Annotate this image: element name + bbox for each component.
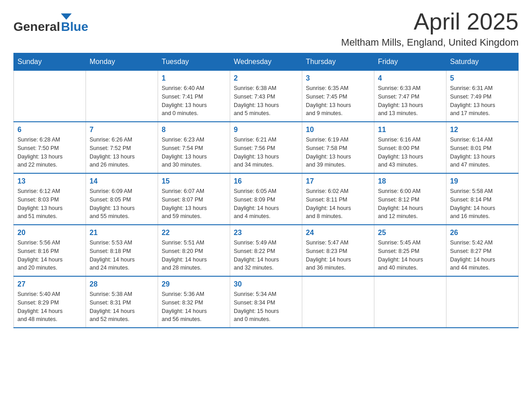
day-cell-23: 23Sunrise: 5:49 AMSunset: 8:22 PMDayligh…	[230, 225, 302, 276]
day-info: Sunrise: 5:49 AMSunset: 8:22 PMDaylight:…	[234, 239, 298, 272]
day-number: 25	[378, 229, 442, 237]
day-number: 12	[450, 126, 515, 134]
day-number: 19	[450, 177, 515, 185]
day-info: Sunrise: 6:26 AMSunset: 7:52 PMDaylight:…	[90, 136, 154, 169]
day-cell-2: 2Sunrise: 6:38 AMSunset: 7:43 PMDaylight…	[230, 71, 302, 122]
weekday-header-friday: Friday	[374, 53, 446, 71]
day-number: 9	[234, 126, 298, 134]
day-info: Sunrise: 5:38 AMSunset: 8:31 PMDaylight:…	[90, 290, 154, 324]
day-info: Sunrise: 6:02 AMSunset: 8:11 PMDaylight:…	[306, 187, 370, 221]
weekday-header-monday: Monday	[86, 53, 158, 71]
day-number: 14	[90, 177, 154, 185]
week-row-1: 1Sunrise: 6:40 AMSunset: 7:41 PMDaylight…	[14, 71, 519, 122]
day-cell-9: 9Sunrise: 6:21 AMSunset: 7:56 PMDaylight…	[230, 122, 302, 173]
day-number: 13	[17, 177, 82, 185]
day-info: Sunrise: 5:53 AMSunset: 8:18 PMDaylight:…	[90, 239, 154, 272]
day-number: 30	[234, 280, 298, 288]
weekday-header-thursday: Thursday	[302, 53, 374, 71]
day-info: Sunrise: 5:34 AMSunset: 8:34 PMDaylight:…	[234, 290, 298, 324]
day-number: 17	[306, 177, 370, 185]
day-cell-3: 3Sunrise: 6:35 AMSunset: 7:45 PMDaylight…	[302, 71, 374, 122]
day-number: 16	[234, 177, 298, 185]
day-cell-1: 1Sunrise: 6:40 AMSunset: 7:41 PMDaylight…	[158, 71, 230, 122]
day-info: Sunrise: 6:09 AMSunset: 8:05 PMDaylight:…	[90, 187, 154, 221]
day-info: Sunrise: 6:40 AMSunset: 7:41 PMDaylight:…	[162, 84, 226, 118]
logo-triangle-icon	[61, 13, 72, 20]
weekday-header-tuesday: Tuesday	[158, 53, 230, 71]
day-number: 21	[90, 229, 154, 237]
day-info: Sunrise: 6:33 AMSunset: 7:47 PMDaylight:…	[378, 84, 442, 118]
day-cell-13: 13Sunrise: 6:12 AMSunset: 8:03 PMDayligh…	[14, 173, 86, 225]
day-number: 8	[162, 126, 226, 134]
day-cell-8: 8Sunrise: 6:23 AMSunset: 7:54 PMDaylight…	[158, 122, 230, 173]
day-info: Sunrise: 5:56 AMSunset: 8:16 PMDaylight:…	[17, 239, 82, 272]
day-info: Sunrise: 5:45 AMSunset: 8:25 PMDaylight:…	[378, 239, 442, 272]
day-cell-16: 16Sunrise: 6:05 AMSunset: 8:09 PMDayligh…	[230, 173, 302, 225]
day-cell-17: 17Sunrise: 6:02 AMSunset: 8:11 PMDayligh…	[302, 173, 374, 225]
day-info: Sunrise: 5:42 AMSunset: 8:27 PMDaylight:…	[450, 239, 515, 272]
day-info: Sunrise: 6:16 AMSunset: 8:00 PMDaylight:…	[378, 136, 442, 169]
day-info: Sunrise: 5:51 AMSunset: 8:20 PMDaylight:…	[162, 239, 226, 272]
day-cell-28: 28Sunrise: 5:38 AMSunset: 8:31 PMDayligh…	[86, 276, 158, 328]
day-number: 15	[162, 177, 226, 185]
day-number: 27	[17, 280, 82, 288]
day-number: 1	[162, 74, 226, 82]
weekday-header-saturday: Saturday	[446, 53, 519, 71]
day-number: 18	[378, 177, 442, 185]
week-row-2: 6Sunrise: 6:28 AMSunset: 7:50 PMDaylight…	[14, 122, 519, 173]
day-info: Sunrise: 6:00 AMSunset: 8:12 PMDaylight:…	[378, 187, 442, 221]
logo: General Blue	[13, 13, 88, 34]
day-info: Sunrise: 6:07 AMSunset: 8:07 PMDaylight:…	[162, 187, 226, 221]
weekday-header-sunday: Sunday	[14, 53, 86, 71]
day-number: 6	[17, 126, 82, 134]
calendar-header-row: SundayMondayTuesdayWednesdayThursdayFrid…	[14, 53, 519, 71]
day-cell-25: 25Sunrise: 5:45 AMSunset: 8:25 PMDayligh…	[374, 225, 446, 276]
empty-cell	[374, 276, 446, 328]
day-number: 28	[90, 280, 154, 288]
day-number: 22	[162, 229, 226, 237]
day-number: 26	[450, 229, 515, 237]
empty-cell	[302, 276, 374, 328]
day-number: 23	[234, 229, 298, 237]
logo-blue: Blue	[61, 20, 88, 34]
svg-marker-0	[61, 13, 72, 20]
day-info: Sunrise: 5:47 AMSunset: 8:23 PMDaylight:…	[306, 239, 370, 272]
title-area: April 2025 Meltham Mills, England, Unite…	[341, 9, 519, 48]
day-number: 7	[90, 126, 154, 134]
day-cell-11: 11Sunrise: 6:16 AMSunset: 8:00 PMDayligh…	[374, 122, 446, 173]
empty-cell	[14, 71, 86, 122]
day-number: 20	[17, 229, 82, 237]
day-info: Sunrise: 6:28 AMSunset: 7:50 PMDaylight:…	[17, 136, 82, 169]
day-cell-10: 10Sunrise: 6:19 AMSunset: 7:58 PMDayligh…	[302, 122, 374, 173]
logo-general: General	[13, 20, 60, 34]
header: General Blue April 2025 Meltham Mills, E…	[13, 9, 519, 48]
day-cell-6: 6Sunrise: 6:28 AMSunset: 7:50 PMDaylight…	[14, 122, 86, 173]
day-number: 3	[306, 74, 370, 82]
month-year-title: April 2025	[341, 9, 519, 34]
day-cell-27: 27Sunrise: 5:40 AMSunset: 8:29 PMDayligh…	[14, 276, 86, 328]
day-cell-12: 12Sunrise: 6:14 AMSunset: 8:01 PMDayligh…	[446, 122, 519, 173]
empty-cell	[446, 276, 519, 328]
day-cell-20: 20Sunrise: 5:56 AMSunset: 8:16 PMDayligh…	[14, 225, 86, 276]
day-number: 2	[234, 74, 298, 82]
day-info: Sunrise: 6:05 AMSunset: 8:09 PMDaylight:…	[234, 187, 298, 221]
day-cell-18: 18Sunrise: 6:00 AMSunset: 8:12 PMDayligh…	[374, 173, 446, 225]
week-row-4: 20Sunrise: 5:56 AMSunset: 8:16 PMDayligh…	[14, 225, 519, 276]
day-cell-14: 14Sunrise: 6:09 AMSunset: 8:05 PMDayligh…	[86, 173, 158, 225]
day-number: 4	[378, 74, 442, 82]
day-info: Sunrise: 6:23 AMSunset: 7:54 PMDaylight:…	[162, 136, 226, 169]
day-cell-7: 7Sunrise: 6:26 AMSunset: 7:52 PMDaylight…	[86, 122, 158, 173]
day-cell-30: 30Sunrise: 5:34 AMSunset: 8:34 PMDayligh…	[230, 276, 302, 328]
day-cell-24: 24Sunrise: 5:47 AMSunset: 8:23 PMDayligh…	[302, 225, 374, 276]
calendar-table: SundayMondayTuesdayWednesdayThursdayFrid…	[13, 53, 519, 328]
day-cell-21: 21Sunrise: 5:53 AMSunset: 8:18 PMDayligh…	[86, 225, 158, 276]
day-number: 24	[306, 229, 370, 237]
day-info: Sunrise: 6:31 AMSunset: 7:49 PMDaylight:…	[450, 84, 515, 118]
day-info: Sunrise: 5:58 AMSunset: 8:14 PMDaylight:…	[450, 187, 515, 221]
empty-cell	[86, 71, 158, 122]
day-info: Sunrise: 6:19 AMSunset: 7:58 PMDaylight:…	[306, 136, 370, 169]
day-cell-29: 29Sunrise: 5:36 AMSunset: 8:32 PMDayligh…	[158, 276, 230, 328]
day-number: 11	[378, 126, 442, 134]
day-info: Sunrise: 6:35 AMSunset: 7:45 PMDaylight:…	[306, 84, 370, 118]
week-row-3: 13Sunrise: 6:12 AMSunset: 8:03 PMDayligh…	[14, 173, 519, 225]
